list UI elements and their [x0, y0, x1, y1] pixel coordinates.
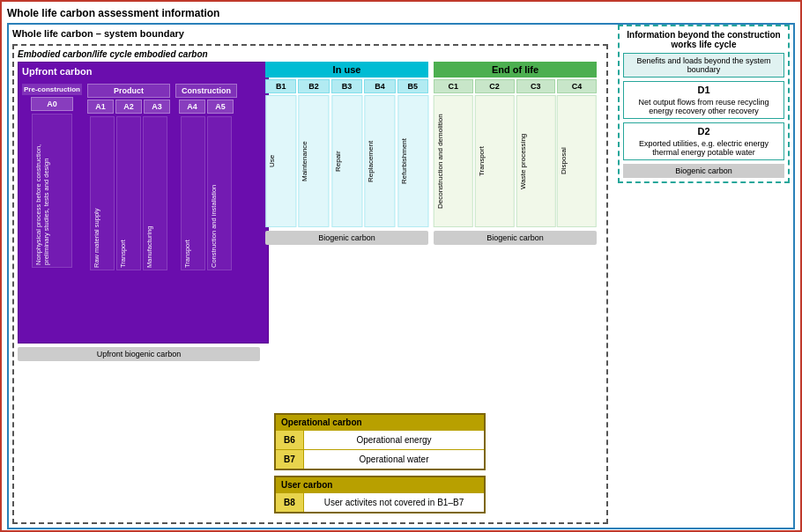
code-b5: B5 — [397, 79, 428, 93]
in-use-col-2: Repair — [331, 95, 362, 227]
d1-description: Net output flows from reuse recycling en… — [627, 98, 781, 115]
operational-row-b7: B7 Operational water — [276, 449, 484, 469]
eol-biogenic-label: Biogenic carbon — [434, 231, 597, 245]
upfront-biogenic-label: Upfront biogenic carbon — [18, 347, 260, 361]
operational-carbon-box: Operational carbon B6 Operational energy… — [274, 413, 486, 470]
code-c2: C2 — [475, 79, 515, 93]
in-use-codes: B1 B2 B3 B4 B5 — [265, 79, 428, 93]
product-col-1: Transport — [116, 116, 141, 270]
page-title: Whole life carbon assessment information — [7, 7, 795, 19]
d2-description: Exported utilities, e.g. electric energy… — [627, 139, 781, 157]
benefits-label: Benefits and loads beyond the system bou… — [636, 56, 770, 74]
d2-box: D2 Exported utilities, e.g. electric ene… — [623, 122, 784, 160]
in-use-col-4: Refurbishment — [397, 95, 428, 227]
eol-col-1: Transport — [475, 95, 515, 227]
eol-header: End of life — [434, 62, 597, 78]
eol-col-3: Disposal — [557, 95, 597, 227]
upfront-carbon-title: Upfront carbon — [22, 66, 264, 77]
in-use-section: In use B1 B2 B3 B4 B5 Use Maintenance Re… — [265, 62, 428, 361]
pre-con-code-row: A0 — [31, 97, 73, 111]
con-col-1: Construction and installation — [207, 116, 232, 270]
code-a4: A4 — [179, 100, 205, 114]
in-use-col-3: Replacement — [364, 95, 395, 227]
con-code-row: A4 A5 — [179, 100, 234, 114]
eol-col-0: Deconstruction and demolition — [434, 95, 473, 227]
upfront-carbon-box: Upfront carbon Pre-construction A0 Nonph… — [18, 62, 269, 344]
construction-group: Construction A4 A5 Transport Constructio… — [175, 84, 237, 270]
main-row: Upfront carbon Pre-construction A0 Nonph… — [18, 62, 603, 361]
code-b7: B7 — [276, 450, 304, 469]
pre-con-col-texts: Nonphysical process before construction,… — [32, 114, 72, 268]
end-of-life-section: End of life C1 C2 C3 C4 Deconstruction a… — [434, 62, 597, 361]
code-b8: B8 — [276, 493, 304, 512]
upfront-upper-section: Pre-construction A0 Nonphysical process … — [22, 80, 264, 270]
code-c4: C4 — [557, 79, 597, 93]
code-a2: A2 — [115, 100, 142, 114]
operational-water-label: Operational water — [304, 451, 484, 468]
eol-vtexts: Deconstruction and demolition Transport … — [434, 95, 597, 227]
code-a0: A0 — [31, 97, 73, 111]
operational-energy-label: Operational energy — [304, 432, 484, 448]
embodied-title: Embodied carbon/life cycle embodied carb… — [18, 49, 603, 59]
eol-col-2: Waste processing — [516, 95, 556, 227]
product-code-row: A1 A2 A3 — [87, 100, 170, 114]
in-use-col-1: Maintenance — [298, 95, 329, 227]
product-label: Product — [87, 84, 170, 98]
code-b6: B6 — [276, 431, 304, 449]
pre-con-col-0: Nonphysical process before construction,… — [32, 114, 72, 268]
pre-construction-label: Pre-construction — [22, 84, 82, 95]
code-b1: B1 — [265, 79, 296, 93]
upfront-carbon-section: Upfront carbon Pre-construction A0 Nonph… — [18, 62, 260, 361]
pre-construction-group: Pre-construction A0 Nonphysical process … — [22, 84, 82, 270]
code-c1: C1 — [434, 79, 473, 93]
con-col-texts: Transport Construction and installation — [181, 116, 232, 270]
in-use-header: In use — [265, 62, 428, 78]
product-group: Product A1 A2 A3 Raw material supply Tra… — [87, 84, 170, 270]
right-panel: Information beyond the construction work… — [618, 25, 790, 183]
user-carbon-header: User carbon — [276, 477, 484, 492]
product-col-texts: Raw material supply Transport Manufactur… — [90, 116, 167, 270]
code-a1: A1 — [87, 100, 114, 114]
right-panel-title: Information beyond the construction work… — [623, 30, 784, 49]
product-col-2: Manufacturing — [143, 116, 167, 270]
code-c3: C3 — [516, 79, 556, 93]
code-b2: B2 — [298, 79, 329, 93]
d2-code: D2 — [627, 126, 781, 137]
d1-box: D1 Net output flows from reuse recycling… — [623, 81, 784, 119]
operational-row-b6: B6 Operational energy — [276, 430, 484, 449]
in-use-vtexts: Use Maintenance Repair Replacement Refur… — [265, 95, 428, 227]
code-b3: B3 — [331, 79, 362, 93]
con-col-0: Transport — [181, 116, 205, 270]
in-use-col-0: Use — [265, 95, 296, 227]
code-a3: A3 — [144, 100, 170, 114]
code-b4: B4 — [364, 79, 395, 93]
d1-code: D1 — [627, 85, 781, 95]
benefits-box: Benefits and loads beyond the system bou… — [623, 53, 784, 78]
code-a5: A5 — [207, 100, 234, 114]
construction-label: Construction — [175, 84, 237, 98]
user-activities-label: User activites not covered in B1–B7 — [304, 494, 484, 511]
right-biogenic-label: Biogenic carbon — [623, 164, 784, 178]
user-row-b8: B8 User activites not covered in B1–B7 — [276, 492, 484, 512]
in-use-biogenic-label: Biogenic carbon — [265, 231, 428, 245]
embodied-carbon-box: Embodied carbon/life cycle embodied carb… — [12, 44, 608, 524]
system-boundary-box: Whole life carbon – system boundary Embo… — [7, 23, 795, 529]
bottom-section: Operational carbon B6 Operational energy… — [274, 413, 486, 514]
user-carbon-box: User carbon B8 User activites not covere… — [274, 476, 486, 514]
outer-wrapper: Whole life carbon assessment information… — [0, 0, 802, 532]
product-col-0: Raw material supply — [90, 116, 115, 270]
operational-carbon-header: Operational carbon — [276, 415, 484, 430]
eol-codes: C1 C2 C3 C4 — [434, 79, 597, 93]
